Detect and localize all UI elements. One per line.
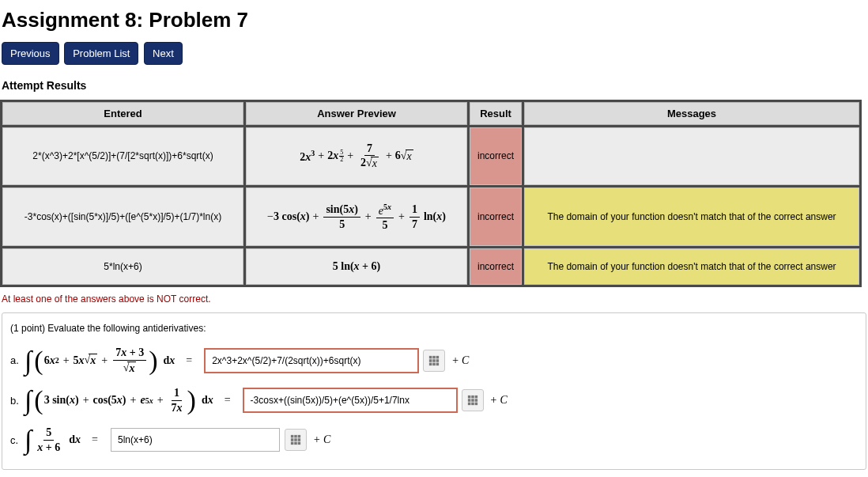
- svg-rect-6: [429, 362, 432, 365]
- message-cell: The domain of your function doesn't matc…: [524, 248, 859, 285]
- svg-rect-3: [429, 359, 432, 362]
- svg-rect-7: [432, 362, 436, 365]
- entered-cell: -3*cos(x)+([sin(5*x)]/5)+([e^(5*x)]/5)+(…: [2, 187, 243, 246]
- part-label-a: a.: [10, 354, 25, 366]
- svg-rect-0: [429, 355, 432, 358]
- answer-input-c[interactable]: [111, 428, 280, 452]
- svg-rect-19: [294, 435, 297, 438]
- keyboard-icon-button[interactable]: [462, 389, 484, 411]
- col-messages: Messages: [524, 102, 859, 125]
- svg-rect-4: [432, 359, 436, 362]
- keyboard-icon-button[interactable]: [423, 350, 445, 372]
- svg-rect-14: [474, 399, 477, 402]
- integral-icon: ∫: [25, 426, 32, 453]
- answer-input-a[interactable]: [205, 349, 418, 373]
- nav-buttons: Previous Problem List Next: [2, 42, 868, 65]
- page-title: Assignment 8: Problem 7: [2, 8, 868, 32]
- problem-list-button[interactable]: Problem List: [64, 42, 138, 65]
- preview-cell: 2x3+ 2x52 + 72√x + 6√x: [246, 127, 467, 185]
- svg-rect-9: [467, 396, 470, 399]
- problem-box: (1 point) Evaluate the following antider…: [2, 312, 866, 470]
- integral-icon: ∫: [25, 347, 32, 374]
- svg-rect-1: [432, 355, 436, 358]
- svg-rect-22: [294, 438, 297, 441]
- plus-c: + C: [451, 354, 469, 367]
- col-entered: Entered: [2, 102, 243, 125]
- svg-rect-17: [474, 403, 477, 406]
- svg-rect-13: [471, 399, 474, 402]
- result-cell: incorrect: [470, 127, 522, 185]
- integral-icon: ∫: [25, 387, 32, 414]
- col-preview: Answer Preview: [246, 102, 467, 125]
- question-b-row: b. ∫ ( 3 sin(x)+cos(5x)+e5x+ 17x ) dx= +…: [10, 387, 858, 414]
- col-result: Result: [470, 102, 522, 125]
- message-cell: [524, 127, 859, 185]
- entered-cell: 5*ln(x+6): [2, 248, 243, 285]
- table-row: 2*(x^3)+2*[x^(5/2)]+(7/[2*sqrt(x)])+6*sq…: [2, 127, 859, 185]
- warning-text: At least one of the answers above is NOT…: [2, 293, 868, 305]
- message-cell: The domain of your function doesn't matc…: [524, 187, 859, 246]
- previous-button[interactable]: Previous: [2, 42, 59, 65]
- svg-rect-11: [474, 396, 477, 399]
- svg-rect-24: [291, 442, 294, 445]
- svg-rect-15: [467, 403, 470, 406]
- svg-rect-21: [291, 438, 294, 441]
- attempt-results-heading: Attempt Results: [2, 79, 868, 92]
- part-label-b: b.: [10, 395, 25, 407]
- svg-rect-23: [298, 438, 301, 441]
- next-button[interactable]: Next: [144, 42, 183, 65]
- result-cell: incorrect: [470, 248, 522, 285]
- keyboard-icon-button[interactable]: [285, 429, 307, 451]
- question-a-row: a. ∫ ( 6x2+5x√x+ 7x + 3√x ) dx= + C: [10, 346, 858, 374]
- svg-rect-8: [436, 362, 440, 365]
- part-label-c: c.: [10, 434, 25, 446]
- attempt-results-table: Entered Answer Preview Result Messages 2…: [0, 100, 862, 287]
- svg-rect-25: [294, 442, 297, 445]
- problem-intro: (1 point) Evaluate the following antider…: [10, 323, 858, 334]
- preview-cell: 5 ln(x + 6): [246, 248, 467, 285]
- svg-rect-2: [436, 355, 440, 358]
- svg-rect-20: [298, 435, 301, 438]
- question-c-row: c. ∫ 5x + 6 dx= + C: [10, 426, 858, 453]
- answer-input-b[interactable]: [243, 388, 457, 412]
- svg-rect-10: [471, 396, 474, 399]
- plus-c: + C: [490, 394, 508, 407]
- table-row: 5*ln(x+6) 5 ln(x + 6) incorrect The doma…: [2, 248, 859, 285]
- svg-rect-16: [471, 403, 474, 406]
- svg-rect-5: [436, 359, 440, 362]
- plus-c: + C: [313, 433, 330, 446]
- table-row: -3*cos(x)+([sin(5*x)]/5)+([e^(5*x)]/5)+(…: [2, 187, 859, 246]
- svg-rect-18: [291, 435, 294, 438]
- svg-rect-12: [467, 399, 470, 402]
- preview-cell: −3 cos(x)+ sin(5x)5 + e5x5 + 17 ln(x): [246, 187, 467, 246]
- svg-rect-26: [298, 442, 301, 445]
- entered-cell: 2*(x^3)+2*[x^(5/2)]+(7/[2*sqrt(x)])+6*sq…: [2, 127, 243, 185]
- result-cell: incorrect: [470, 187, 522, 246]
